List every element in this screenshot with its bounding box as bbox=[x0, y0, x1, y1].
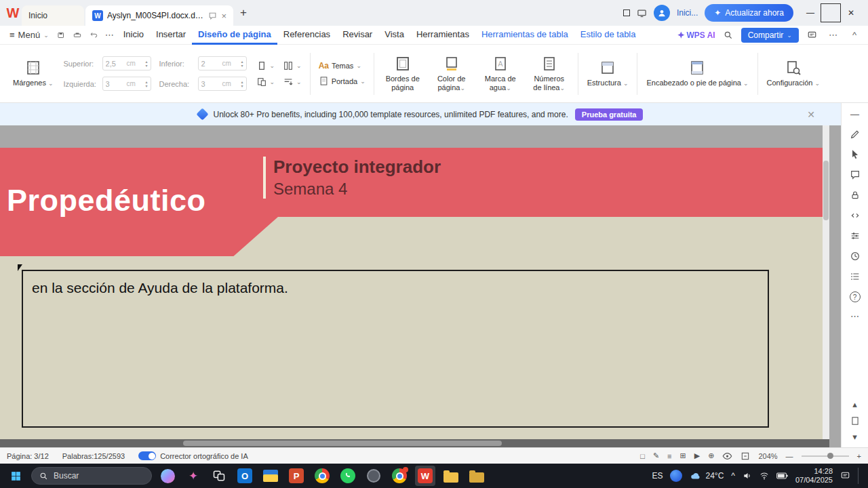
powerpoint-icon[interactable]: P bbox=[286, 466, 307, 486]
network-icon[interactable] bbox=[760, 471, 769, 481]
tab-insertar[interactable]: Insertar bbox=[150, 26, 192, 45]
vertical-scrollbar-thumb[interactable] bbox=[823, 161, 829, 220]
comment-icon[interactable] bbox=[850, 169, 861, 180]
horizontal-scrollbar-thumb[interactable] bbox=[183, 441, 502, 446]
fit-page-icon[interactable] bbox=[741, 451, 750, 461]
folder-icon[interactable] bbox=[441, 466, 461, 486]
lock-icon[interactable] bbox=[850, 190, 861, 201]
next-page-icon[interactable]: ▾ bbox=[852, 432, 857, 442]
tab-estilo-de-tabla[interactable]: Estilo de tabla bbox=[574, 26, 642, 45]
previous-page-icon[interactable]: ▴ bbox=[852, 400, 857, 409]
taskbar-search-box[interactable] bbox=[31, 467, 152, 485]
margin-top-field[interactable]: cm ▴▾ bbox=[102, 56, 151, 70]
device-sync-icon[interactable] bbox=[637, 8, 647, 18]
help-icon[interactable]: ? bbox=[850, 291, 861, 302]
tray-expand-icon[interactable]: ^ bbox=[731, 471, 735, 481]
outlook-icon[interactable]: O bbox=[235, 466, 255, 486]
main-menu-button[interactable]: ≡ Menú ⌄ bbox=[5, 30, 53, 40]
battery-icon[interactable] bbox=[776, 472, 788, 480]
text-direction-dropdown[interactable]: ⌄ bbox=[283, 77, 302, 87]
play-presentation-icon[interactable]: ▶ bbox=[694, 451, 700, 460]
wps-ai-button[interactable]: ✦ WPS AI bbox=[677, 30, 715, 40]
margins-button[interactable]: Márgenes ⌄ bbox=[8, 57, 58, 90]
notifications-icon[interactable] bbox=[840, 471, 850, 481]
restore-window-icon[interactable] bbox=[623, 8, 630, 18]
close-tab-icon[interactable]: × bbox=[221, 11, 226, 21]
zoom-level[interactable]: 204% bbox=[758, 452, 777, 460]
whatsapp-icon[interactable] bbox=[338, 466, 358, 486]
themes-dropdown[interactable]: Aa Temas ⌄ bbox=[319, 61, 366, 70]
cover-page-dropdown[interactable]: Portada ⌄ bbox=[319, 76, 366, 86]
outline-view-icon[interactable]: ≡ bbox=[667, 452, 671, 460]
grid-view-icon[interactable]: ⊞ bbox=[680, 451, 686, 460]
margin-bottom-input[interactable] bbox=[201, 60, 220, 68]
page-thumbnail-icon[interactable] bbox=[850, 416, 860, 426]
tab-herramientas-de-tabla[interactable]: Herramientas de tabla bbox=[475, 26, 574, 45]
margin-right-input[interactable] bbox=[201, 80, 220, 88]
close-window-icon[interactable]: ✕ bbox=[841, 3, 861, 22]
document-canvas[interactable]: Propedéutico Proyecto integrador Semana … bbox=[0, 125, 841, 447]
tab-diseno-de-pagina[interactable]: Diseño de página bbox=[192, 26, 277, 45]
page-color-button[interactable]: Color de página⌄ bbox=[427, 53, 476, 94]
volume-icon[interactable] bbox=[743, 471, 752, 481]
share-button[interactable]: Compartir ⌄ bbox=[741, 28, 799, 43]
more-tools-icon[interactable]: ⋯ bbox=[850, 312, 859, 321]
spinner-icon[interactable]: ▴▾ bbox=[241, 60, 243, 68]
chrome-notification-icon[interactable] bbox=[389, 466, 410, 486]
recorder-app-icon[interactable] bbox=[363, 466, 384, 486]
more-quick-actions-icon[interactable]: ⋯ bbox=[102, 30, 117, 40]
search-icon[interactable] bbox=[724, 30, 733, 40]
language-indicator[interactable]: ES bbox=[652, 471, 663, 481]
collapse-ribbon-icon[interactable]: ^ bbox=[849, 30, 860, 40]
body-text[interactable]: en la sección de Ayuda de la plataforma. bbox=[32, 280, 759, 296]
document-tab[interactable]: W Ayslyn_M00S4PI.docx.docx × bbox=[85, 5, 233, 26]
margin-right-field[interactable]: cm ▴▾ bbox=[198, 77, 247, 91]
comments-panel-icon[interactable] bbox=[807, 30, 817, 40]
spinner-icon[interactable]: ▴▾ bbox=[146, 60, 148, 68]
select-cursor-icon[interactable] bbox=[850, 149, 861, 160]
update-now-button[interactable]: ✦ Actualizar ahora bbox=[705, 4, 793, 22]
paper-size-dropdown[interactable]: ⌄ bbox=[256, 77, 275, 87]
undo-icon[interactable] bbox=[85, 30, 102, 40]
save-icon[interactable] bbox=[53, 30, 69, 40]
line-numbers-button[interactable]: Números de línea⌄ bbox=[525, 53, 574, 94]
spinner-icon[interactable]: ▴▾ bbox=[146, 80, 148, 88]
settings-button[interactable]: Configuración ⌄ bbox=[762, 57, 825, 90]
comment-bubble-icon[interactable] bbox=[208, 12, 217, 20]
task-view-icon[interactable] bbox=[209, 466, 229, 486]
tab-revisar[interactable]: Revisar bbox=[336, 26, 378, 45]
margin-bottom-field[interactable]: cm ▴▾ bbox=[198, 56, 247, 70]
start-button[interactable] bbox=[5, 466, 26, 486]
zoom-out-icon[interactable]: — bbox=[786, 452, 793, 460]
ai-sparkle-app-icon[interactable]: ✦ bbox=[183, 466, 203, 486]
tab-referencias[interactable]: Referencias bbox=[277, 26, 336, 45]
margin-left-input[interactable] bbox=[106, 80, 125, 88]
new-tab-button[interactable]: + bbox=[233, 6, 254, 20]
assistant-tray-icon[interactable] bbox=[670, 470, 682, 482]
minimize-window-icon[interactable]: — bbox=[800, 3, 821, 22]
zoom-slider-knob[interactable] bbox=[827, 453, 833, 459]
margin-left-field[interactable]: cm ▴▾ bbox=[102, 77, 151, 91]
history-icon[interactable] bbox=[850, 251, 861, 262]
clock-widget[interactable]: 14:28 07/04/2025 bbox=[795, 467, 833, 485]
web-layout-icon[interactable]: ⊕ bbox=[708, 451, 714, 460]
tab-vista[interactable]: Vista bbox=[378, 26, 410, 45]
copilot-icon[interactable] bbox=[157, 466, 178, 486]
outline-list-icon[interactable] bbox=[850, 271, 861, 282]
columns-dropdown[interactable]: ⌄ bbox=[283, 60, 302, 71]
structure-button[interactable]: Estructura ⌄ bbox=[583, 57, 633, 90]
horizontal-scrollbar[interactable] bbox=[0, 439, 829, 447]
wps-logo-icon[interactable]: W bbox=[4, 5, 22, 21]
zoom-slider[interactable] bbox=[802, 455, 849, 457]
more-options-icon[interactable]: ⋯ bbox=[825, 30, 841, 40]
vertical-scrollbar[interactable] bbox=[823, 125, 829, 439]
collapse-rail-icon[interactable]: — bbox=[850, 110, 859, 119]
maximize-window-icon[interactable] bbox=[821, 3, 841, 22]
page-indicator[interactable]: Página: 3/12 bbox=[7, 452, 49, 460]
adjust-sliders-icon[interactable] bbox=[850, 230, 861, 241]
home-tab[interactable]: Inicio bbox=[22, 5, 84, 26]
close-promo-icon[interactable]: ✕ bbox=[807, 109, 815, 120]
header-footer-button[interactable]: Encabezado o pie de página ⌄ bbox=[642, 57, 753, 90]
margin-top-input[interactable] bbox=[106, 60, 125, 68]
tab-inicio[interactable]: Inicio bbox=[117, 26, 150, 45]
